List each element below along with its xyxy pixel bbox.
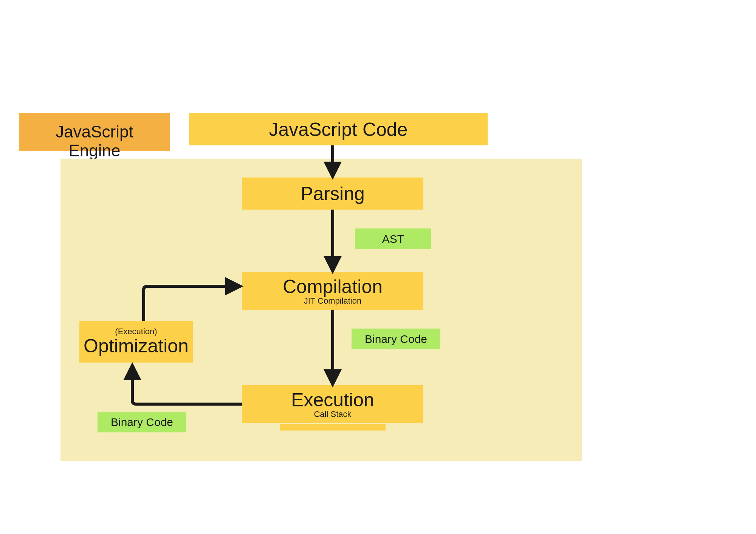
node-parsing-label: Parsing — [301, 183, 365, 205]
node-optimization: (Execution) Optimization — [79, 321, 193, 363]
node-optimization-label: Optimization — [84, 335, 189, 357]
edge-label-binary-down: Binary Code — [352, 329, 440, 349]
node-js-code-label: JavaScript Code — [269, 119, 408, 140]
node-compilation-sub: JIT Compilation — [304, 296, 361, 306]
node-compilation-label: Compilation — [283, 276, 383, 298]
edge-label-ast: AST — [355, 228, 431, 249]
callstack-strip — [280, 424, 386, 431]
edge-label-binary-left: Binary Code — [98, 412, 186, 432]
node-compilation: Compilation JIT Compilation — [242, 272, 423, 310]
node-parsing: Parsing — [242, 177, 423, 210]
engine-label: JavaScript Engine — [19, 113, 170, 151]
node-execution-sub: Call Stack — [314, 409, 351, 419]
node-execution-label: Execution — [291, 389, 374, 411]
node-execution: Execution Call Stack — [242, 385, 423, 423]
node-js-code: JavaScript Code — [189, 113, 488, 145]
